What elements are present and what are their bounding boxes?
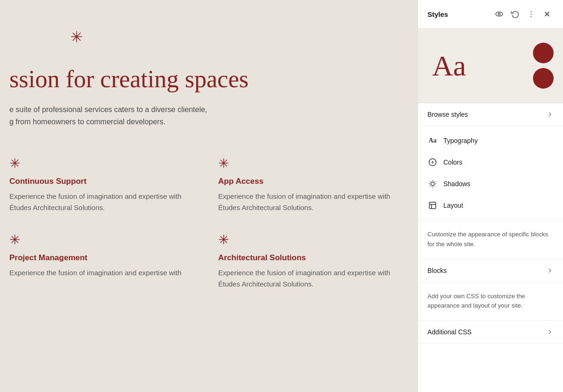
close-icon (543, 10, 551, 18)
additional-css-row[interactable]: Additional CSS (418, 321, 563, 343)
style-items-section: Aa Typography Colors (418, 126, 563, 220)
feature-desc-2: Experience the fusion of imagination and… (218, 191, 399, 213)
info-text: Customize the appearance of specific blo… (427, 230, 554, 249)
colors-icon-container (427, 157, 438, 167)
colors-icon (428, 158, 437, 166)
additional-css-section: Additional CSS (418, 321, 563, 344)
svg-point-3 (531, 14, 532, 15)
feature-item-3: ✳ Project Management Experience the fusi… (9, 232, 190, 290)
preview-panel: ✳ ssion for creating spaces e suite of p… (0, 0, 418, 392)
style-preview-text: Aa (432, 51, 466, 80)
svg-point-7 (431, 182, 434, 186)
svg-point-4 (531, 16, 532, 17)
shadows-row[interactable]: Shadows (418, 173, 563, 195)
colors-row[interactable]: Colors (418, 151, 563, 173)
browse-styles-label: Browse styles (427, 111, 468, 118)
styles-panel-title: Styles (427, 10, 448, 18)
feature-item-4: ✳ Architectural Solutions Experience the… (218, 232, 399, 290)
blocks-row[interactable]: Blocks (418, 259, 563, 282)
feature-asterisk-1: ✳ (9, 156, 190, 171)
layout-icon (428, 201, 437, 210)
typography-icon: Aa (428, 137, 436, 144)
feature-title-3: Project Management (9, 253, 190, 263)
more-icon (527, 10, 535, 18)
svg-line-14 (430, 186, 431, 186)
preview-subtext: e suite of professional services caters … (9, 104, 244, 128)
decorative-asterisk-top: ✳ (70, 28, 83, 46)
feature-desc-1: Experience the fusion of imagination and… (9, 191, 190, 213)
style-preview-circles (533, 43, 554, 89)
feature-item-1: ✳ Continuous Support Experience the fusi… (9, 156, 190, 213)
blocks-label: Blocks (427, 267, 447, 274)
close-button[interactable] (540, 8, 554, 21)
feature-title-4: Architectural Solutions (218, 253, 399, 263)
shadows-icon-container (427, 179, 438, 189)
preview-subtext-line2: g from homeowners to commercial develope… (9, 116, 244, 128)
history-icon (511, 10, 519, 18)
layout-icon-container (427, 200, 438, 211)
history-button[interactable] (509, 8, 522, 21)
typography-label: Typography (443, 137, 478, 144)
browse-styles-row[interactable]: Browse styles (418, 103, 563, 126)
svg-point-2 (531, 11, 532, 12)
svg-rect-16 (429, 202, 436, 209)
colors-label: Colors (443, 158, 462, 166)
svg-line-15 (434, 181, 435, 182)
additional-css-info-section: Add your own CSS to customize the appear… (418, 282, 563, 321)
feature-desc-4: Experience the fusion of imagination and… (218, 267, 399, 290)
svg-point-0 (496, 12, 503, 16)
feature-item-2: ✳ App Access Experience the fusion of im… (218, 156, 399, 213)
preview-subtext-line1: e suite of professional services caters … (9, 104, 244, 116)
feature-desc-3: Experience the fusion of imagination and… (9, 267, 190, 279)
shadows-label: Shadows (443, 180, 471, 188)
layout-row[interactable]: Layout (418, 195, 563, 216)
svg-line-13 (434, 186, 435, 186)
color-circle-2 (533, 68, 554, 89)
styles-panel: Styles (418, 0, 563, 392)
blocks-chevron-icon (546, 267, 554, 274)
additional-css-label: Additional CSS (427, 328, 472, 336)
info-section: Customize the appearance of specific blo… (418, 220, 563, 259)
feature-title-2: App Access (218, 177, 399, 186)
features-grid: ✳ Continuous Support Experience the fusi… (9, 156, 399, 290)
header-icons (493, 8, 554, 21)
chevron-right-icon (546, 111, 554, 118)
feature-title-1: Continuous Support (9, 177, 190, 186)
preview-heading: ssion for creating spaces (9, 66, 399, 92)
more-options-button[interactable] (525, 8, 538, 21)
feature-asterisk-2: ✳ (218, 156, 399, 171)
color-circle-1 (533, 43, 554, 63)
styles-header: Styles (418, 0, 563, 29)
feature-asterisk-3: ✳ (9, 232, 190, 248)
svg-point-1 (498, 13, 501, 15)
shadows-icon (428, 180, 437, 188)
typography-row[interactable]: Aa Typography (418, 130, 563, 151)
style-preview-card: Aa (418, 29, 563, 103)
layout-label: Layout (443, 202, 463, 209)
eye-button[interactable] (493, 8, 506, 21)
additional-css-chevron-icon (546, 328, 554, 336)
eye-icon (495, 10, 503, 18)
blocks-section: Blocks (418, 259, 563, 282)
additional-css-text: Add your own CSS to customize the appear… (427, 292, 554, 311)
svg-line-12 (430, 181, 431, 182)
feature-asterisk-4: ✳ (218, 232, 399, 248)
typography-icon-container: Aa (427, 136, 438, 146)
